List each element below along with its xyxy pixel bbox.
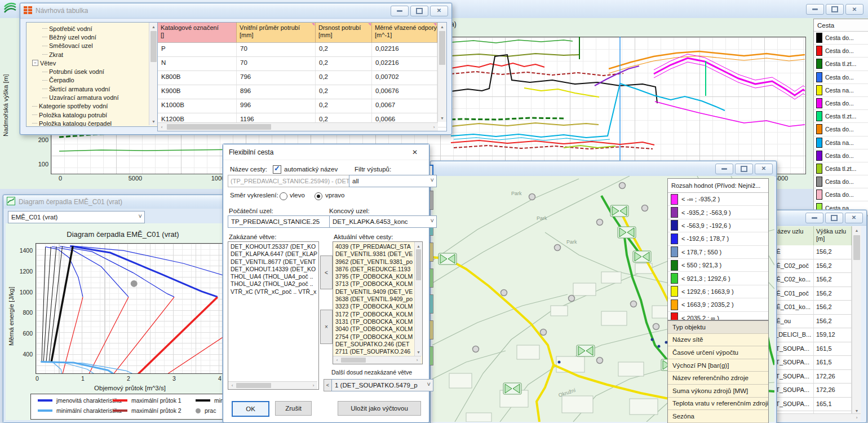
cesta-legend-item[interactable]: Cesta do... <box>814 149 868 162</box>
tree-item[interactable]: Zkrat <box>29 50 157 59</box>
cancel-button[interactable]: Zrušit <box>275 401 312 416</box>
end-node-combobox[interactable]: DET_KLAPKA.6453_konc <box>329 215 437 228</box>
property-row[interactable]: Název referenčního zdroje <box>668 372 768 385</box>
current-branch-item[interactable]: 3638 (DET_VENTIL.9409_po <box>334 296 413 303</box>
current-branch-item[interactable]: 3172 (TP_ODBOCKA_KOLM <box>334 311 413 318</box>
banned-branch-item[interactable]: THOL_UA2 (THOL_UA2_poč .. <box>229 280 317 288</box>
tree-expander-icon[interactable]: − <box>32 60 38 66</box>
tree-item[interactable]: Směšovací uzel <box>29 42 157 50</box>
current-branch-item[interactable]: 2711 (DET_SOUPATKO.246 <box>334 348 413 355</box>
table-row[interactable]: N700,20,02216 <box>158 57 446 71</box>
tree-item[interactable]: Čerpadlo <box>29 76 157 85</box>
remove-branch-button[interactable]: × <box>320 310 333 344</box>
direction-left-radio[interactable] <box>280 192 287 200</box>
cesta-legend-item[interactable]: Cesta do... <box>814 123 868 136</box>
property-row[interactable]: Teplota vratu v referenčním zdroji <box>668 398 768 411</box>
value-range-item[interactable]: < 178,7 ; 550 ) <box>668 246 768 259</box>
tree-item[interactable]: Škrtící armatura vodní <box>29 85 157 93</box>
property-row[interactable]: Výchozí PN [bar(g)] <box>668 359 768 372</box>
cesta-legend-item[interactable]: Cesta do... <box>814 97 868 110</box>
value-range-item[interactable]: < -563,9 ; -192,6 ) <box>668 219 768 232</box>
tree-item[interactable]: Potrubní úsek vodní <box>29 67 157 76</box>
cesta-legend-item[interactable]: Cesta do... <box>814 175 868 188</box>
current-branch-item[interactable]: 3040 (TP_ODBOCKA_KOLM <box>334 325 413 333</box>
value-range-item[interactable]: < -935,2 ; -563,9 ) <box>668 206 768 219</box>
current-list-hscrollbar[interactable]: ‹ › <box>333 356 421 364</box>
direction-right-radio[interactable] <box>315 192 322 200</box>
table-row[interactable]: K900B8960,20,00676 <box>158 85 446 99</box>
table-column-header[interactable]: Měrné vřazené odpory[m^-1] <box>372 23 437 43</box>
minimize-icon[interactable] <box>805 213 823 223</box>
current-branch-item[interactable]: 3795 (TP_ODBOCKA_KOLM <box>334 273 413 280</box>
save-as-enumerated-button[interactable]: Uložit jako výčtovou <box>338 401 421 416</box>
value-range-item[interactable]: < 550 ; 921,3 ) <box>668 259 768 272</box>
banned-branch-item[interactable]: VTŘ_xC (VTŘ_xC_poč .. VTŘ_x <box>229 288 317 296</box>
banned-branch-item[interactable]: THOL_UA4 (THOL_UA4_poč .. <box>229 273 317 280</box>
cesta-legend-item[interactable]: Cesta na... <box>814 136 868 149</box>
path-name-field[interactable]: (TP_PREDAVACI_STANICE.25949) - (DET <box>228 175 350 187</box>
tree-item[interactable]: −Větev <box>29 59 157 67</box>
table-column-header[interactable]: Drsnost potrubí[mm] <box>316 23 372 43</box>
current-branch-item[interactable]: 3876 (DET_REDUKCE.1193 <box>334 266 413 273</box>
cesta-legend-item[interactable]: Cesta do... <box>814 45 868 58</box>
next-unbanned-combobox[interactable]: 1 (DET_SOUPATKO.5479_p <box>331 379 433 391</box>
ok-button[interactable]: OK <box>232 401 269 417</box>
value-range-item[interactable]: < 1292,6 ; 1663,9 ) <box>668 285 768 298</box>
tree-item[interactable]: Položka katalogu potrubí <box>29 111 157 119</box>
banned-branch-item[interactable]: DET_KOHOUT.25337 (DET_KO <box>229 243 317 250</box>
property-row[interactable]: Sezóna <box>668 410 768 423</box>
current-branch-item[interactable]: DET_VENTIL.9409 (DET_VE <box>334 288 413 296</box>
move-branch-left-button[interactable]: < <box>320 255 333 289</box>
table-row[interactable]: K1000B9960,20,0067 <box>158 99 446 113</box>
cesta-legend-item[interactable]: Cesta tl.zt... <box>814 110 868 123</box>
close-icon[interactable]: ✕ <box>406 146 423 158</box>
catalog-table-vscrollbar[interactable]: ▲ ▼ <box>437 23 446 122</box>
close-icon[interactable] <box>755 164 773 174</box>
node-table-vscrollbar[interactable]: ▲ ▼ <box>852 226 861 415</box>
table-row[interactable]: K800B7960,20,00702 <box>158 71 446 85</box>
tree-item[interactable]: Běžný uzel vodní <box>29 33 157 41</box>
cesta-legend-item[interactable]: Cesta tl.zt... <box>814 58 868 70</box>
banned-branch-item[interactable]: DET_KOHOUT.14339 (DET_KO <box>229 266 317 273</box>
dialog-titlebar[interactable]: Flexibilní cesta ✕ <box>223 144 429 160</box>
current-branches-list[interactable]: 4039 (TP_PREDAVACI_STADET_VENTIL.9381 (D… <box>333 241 423 364</box>
value-range-title[interactable]: Rozsah hodnot (Přívod: Nejniž... <box>668 179 768 193</box>
property-row[interactable]: Název sítě <box>668 334 768 347</box>
current-branch-item[interactable]: 3962 (DET_VENTIL.9381_po <box>334 258 413 266</box>
cesta-legend-item[interactable]: Cesta do... <box>814 71 868 84</box>
close-icon[interactable] <box>845 4 863 15</box>
banned-branches-list[interactable]: DET_KOHOUT.25337 (DET_KODET_KLAPKA.6447 … <box>228 241 319 390</box>
cesta-legend-item[interactable]: Cesta tl.zt... <box>814 162 868 175</box>
auto-name-checkbox[interactable] <box>273 165 281 174</box>
tree-item[interactable]: Kategorie spotřeby vodní <box>29 102 157 111</box>
minimize-icon[interactable] <box>391 6 409 16</box>
node-col-height-header[interactable]: Výška uzlu[m] <box>814 226 852 245</box>
restore-icon[interactable] <box>826 4 844 15</box>
current-branch-item[interactable]: 3131 (TP_ODBOCKA_KOLM <box>334 318 413 325</box>
current-list-vscrollbar[interactable]: ▲ ▼ <box>414 242 422 356</box>
current-branch-item[interactable]: 3323 (TP_ODBOCKA_KOLM <box>334 303 413 310</box>
pump-window-titlebar[interactable]: Diagram čerpadla EMĚ_C01 (vrat) <box>3 195 242 209</box>
value-range-item[interactable]: < -192,6 ; 178,7 ) <box>668 232 768 245</box>
restore-icon[interactable] <box>410 6 428 16</box>
map-window-titlebar[interactable] <box>431 161 776 177</box>
current-branch-item[interactable]: DET_VENTIL.9381 (DET_VE <box>334 250 413 258</box>
table-column-header[interactable]: Vnitřní průměr potrubí[mm] <box>237 23 316 43</box>
value-range-item[interactable]: < 2035,2 ; ∞ ) <box>668 312 768 320</box>
close-icon[interactable] <box>430 6 448 16</box>
banned-branch-item[interactable]: DET_VENTIL.8677 (DET_VENT <box>229 258 317 266</box>
restore-icon[interactable] <box>825 213 843 223</box>
cesta-legend-title[interactable]: Cesta <box>814 19 868 32</box>
restore-icon[interactable] <box>735 164 753 174</box>
cesta-legend-item[interactable]: Cesta do... <box>814 32 868 45</box>
output-filter-combobox[interactable]: all <box>349 175 437 187</box>
pump-selector-combobox[interactable]: EMĚ_C01 (vrat) <box>8 211 145 223</box>
minimize-icon[interactable] <box>806 4 824 15</box>
current-branch-item[interactable]: 3713 (TP_ODBOCKA_KOLM <box>334 280 413 288</box>
value-range-item[interactable]: < 921,3 ; 1292,6 ) <box>668 272 768 285</box>
tree-vscrollbar[interactable]: ▲ ▼ <box>149 23 158 125</box>
cesta-legend-item[interactable]: Cesta na... <box>814 84 868 97</box>
close-icon[interactable] <box>845 213 863 223</box>
property-row[interactable]: Suma výkonu zdrojů [MW] <box>668 385 768 398</box>
next-branch-prev-button[interactable]: < <box>324 379 332 391</box>
